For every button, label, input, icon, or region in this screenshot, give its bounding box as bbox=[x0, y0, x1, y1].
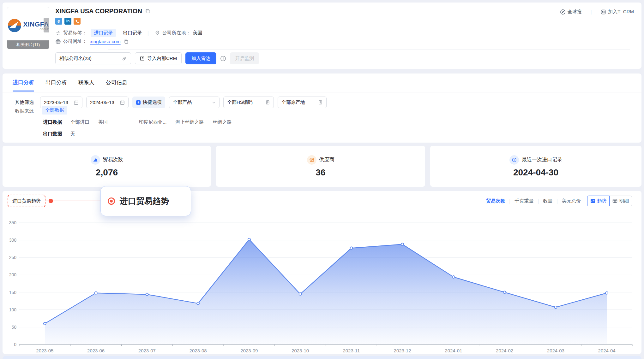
start-monitor-button[interactable]: 开启监测 bbox=[230, 52, 259, 64]
divider: | bbox=[591, 9, 592, 15]
tab-contacts[interactable]: 联系人 bbox=[78, 74, 94, 91]
stat-value: 36 bbox=[316, 168, 325, 178]
callout-tooltip: 进口贸易趋势 bbox=[100, 186, 191, 216]
svg-text:2024-03: 2024-03 bbox=[547, 348, 564, 353]
join-tcrm-button[interactable]: 加入T–CRM bbox=[600, 9, 634, 15]
metric-trade-count[interactable]: 贸易次数 bbox=[486, 198, 505, 204]
linkedin-icon[interactable]: in bbox=[64, 18, 71, 25]
globe-icon bbox=[55, 39, 61, 44]
import-option[interactable]: 美国 bbox=[98, 119, 108, 125]
stat-label: 最近一次进口记录 bbox=[522, 156, 562, 163]
tab-import-analysis[interactable]: 进口分析 bbox=[13, 74, 34, 91]
svg-text:2023-10: 2023-10 bbox=[292, 348, 309, 353]
import-option[interactable]: 全部进口 bbox=[70, 119, 89, 125]
view-toggle: 趋势 明细 bbox=[587, 196, 632, 206]
quick-options-button[interactable]: 快捷选项 bbox=[132, 97, 165, 108]
company-logo[interactable]: XINGFA GROUP › 相关图片(11) bbox=[7, 7, 49, 49]
svg-text:2023-09: 2023-09 bbox=[240, 348, 258, 353]
stat-label: 贸易次数 bbox=[103, 156, 123, 163]
import-crm-button[interactable]: 导入内部CRM bbox=[135, 52, 182, 64]
import-option[interactable]: 印度尼西亚... bbox=[139, 119, 167, 125]
view-trend-button[interactable]: 趋势 bbox=[587, 196, 610, 206]
import-option[interactable]: 海上丝绸之路 bbox=[176, 119, 204, 125]
location-label: 公司所在地： bbox=[162, 30, 191, 36]
origin-select[interactable]: 全部原产地 bbox=[278, 97, 327, 108]
browser-e-icon[interactable]: e bbox=[55, 18, 62, 25]
analysis-card: 进口分析 出口分析 联系人 公司信息 其他筛选 2023-05-13 2024-… bbox=[3, 74, 641, 143]
chart-toolbar: 贸易次数 | 千克重量 | 数量 | 美元总价 趋势 明细 bbox=[486, 196, 632, 206]
website-label: 公司网址： bbox=[63, 38, 87, 44]
svg-text:2023-08: 2023-08 bbox=[190, 348, 207, 353]
table-icon bbox=[612, 198, 617, 203]
date-from-value: 2023-05-13 bbox=[44, 100, 68, 105]
svg-text:350: 350 bbox=[9, 220, 17, 225]
stat-card-suppliers: 供应商 36 bbox=[216, 146, 425, 187]
trend-icon bbox=[590, 198, 595, 203]
svg-text:300: 300 bbox=[9, 238, 17, 243]
svg-text:2023-07: 2023-07 bbox=[138, 348, 156, 353]
calendar-icon bbox=[74, 100, 79, 105]
svg-text:150: 150 bbox=[9, 290, 17, 295]
bar-chart-icon bbox=[91, 155, 100, 165]
document-icon bbox=[265, 100, 270, 105]
import-trend-card: 进口贸易趋势 进口贸易趋势 贸易次数 | 千克重量 | 数量 | 美元总价 趋势 bbox=[3, 191, 641, 354]
svg-text:200: 200 bbox=[9, 272, 17, 277]
global-search-button[interactable]: 全球搜 bbox=[560, 9, 582, 15]
copy-icon[interactable] bbox=[145, 9, 151, 14]
tab-bar: 进口分析 出口分析 联系人 公司信息 bbox=[13, 74, 127, 91]
stat-card-trade-count: 贸易次数 2,076 bbox=[3, 146, 211, 187]
tab-company-info[interactable]: 公司信息 bbox=[106, 74, 127, 91]
metric-quantity[interactable]: 数量 bbox=[543, 198, 552, 204]
svg-text:2023-06: 2023-06 bbox=[87, 348, 105, 353]
stat-value: 2024-04-30 bbox=[513, 168, 558, 178]
trade-label-title: 贸易标签： bbox=[63, 30, 87, 36]
data-source-label: 数据来源 bbox=[15, 108, 34, 114]
product-select[interactable]: 全部产品 bbox=[169, 97, 220, 108]
trade-tag-export[interactable]: 出口记录 bbox=[123, 30, 142, 36]
date-to-input[interactable]: 2024-05-13 bbox=[86, 97, 129, 108]
svg-text:2023-12: 2023-12 bbox=[394, 348, 411, 353]
callout-text: 进口贸易趋势 bbox=[120, 196, 169, 207]
import-icon bbox=[140, 56, 145, 61]
target-icon bbox=[108, 197, 115, 205]
import-option[interactable]: 丝绸之路 bbox=[213, 119, 232, 125]
origin-value: 全部原产地 bbox=[281, 99, 305, 105]
metric-usd-total[interactable]: 美元总价 bbox=[562, 198, 581, 204]
view-trend-label: 趋势 bbox=[597, 198, 607, 204]
trade-tag-import[interactable]: 进口记录 bbox=[91, 29, 116, 37]
svg-text:2023-11: 2023-11 bbox=[343, 348, 360, 353]
view-detail-button[interactable]: 明细 bbox=[610, 196, 632, 206]
phone-icon[interactable] bbox=[74, 18, 81, 25]
similar-company-button[interactable]: 相似公司名(23) bbox=[55, 52, 131, 64]
hs-code-value: 全部HS编码 bbox=[227, 99, 253, 105]
copy-icon[interactable] bbox=[123, 39, 129, 44]
start-monitor-label: 开启监测 bbox=[235, 56, 254, 62]
info-icon[interactable] bbox=[220, 56, 226, 62]
company-name: XINGFA USA CORPORATION bbox=[55, 8, 142, 15]
section-title-import-trend: 进口贸易趋势 bbox=[8, 195, 45, 207]
all-data-chip[interactable]: 全部数据 bbox=[42, 106, 67, 115]
metric-kg-weight[interactable]: 千克重量 bbox=[515, 198, 533, 204]
join-tcrm-label: 加入T–CRM bbox=[608, 9, 634, 15]
tab-export-analysis[interactable]: 出口分析 bbox=[45, 74, 67, 91]
location-pin-icon bbox=[154, 30, 160, 36]
trend-area-chart[interactable]: 0501001502002503003502023-052023-062023-… bbox=[3, 191, 641, 354]
add-radar-label: 加入雷达 bbox=[191, 56, 210, 62]
stat-value: 2,076 bbox=[96, 168, 118, 178]
next-image-arrow-icon[interactable]: › bbox=[44, 18, 49, 32]
svg-text:50: 50 bbox=[11, 325, 16, 330]
similar-company-label: 相似公司名(23) bbox=[59, 56, 92, 62]
link-icon bbox=[122, 56, 127, 61]
import-data-label: 进口数据 bbox=[43, 119, 62, 125]
divider: | bbox=[147, 31, 149, 36]
calendar-icon bbox=[120, 100, 125, 105]
document-icon bbox=[318, 100, 323, 105]
related-images-label[interactable]: 相关图片(11) bbox=[7, 40, 49, 49]
tcrm-icon bbox=[600, 9, 606, 15]
clock-icon bbox=[509, 155, 519, 165]
website-link[interactable]: xingfausa.com bbox=[90, 39, 121, 44]
add-radar-button[interactable]: 加入雷达 bbox=[185, 52, 216, 64]
hs-code-select[interactable]: 全部HS编码 bbox=[223, 97, 274, 108]
other-filters-label: 其他筛选 bbox=[15, 99, 34, 105]
divider bbox=[3, 92, 641, 92]
